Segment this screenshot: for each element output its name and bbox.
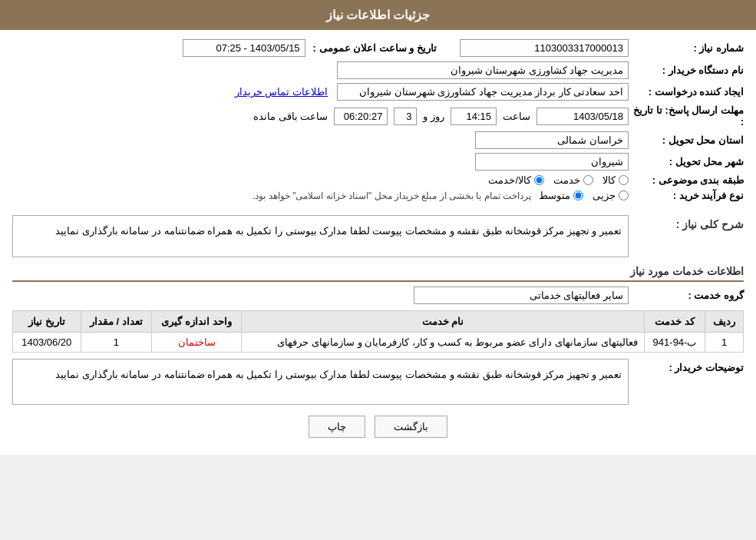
col-radif: ردیف xyxy=(705,311,744,333)
radio-mottavaset[interactable]: متوسط xyxy=(539,190,583,201)
shahr-label: شهر محل تحویل : xyxy=(629,156,744,167)
sharh-koli-box: تعمیر و تجهیز مرکز قوشخانه طبق نقشه و مش… xyxy=(12,215,629,257)
tabaghe-radio-group: کالا خدمت کالا/خدمت xyxy=(12,174,629,186)
noe-farayand-label: نوع فرآیند خرید : xyxy=(629,190,744,201)
nam-dastgah-value: مدیریت جهاد کشاورزی شهرستان شیروان xyxy=(337,61,629,79)
farayand-radio-group: جزیی متوسط xyxy=(539,190,629,201)
shahr-value: شیروان xyxy=(475,153,629,171)
cell-nam: فعالیتهای سازمانهای دارای عضو مربوط به ک… xyxy=(241,333,644,353)
cell-radif: 1 xyxy=(705,333,744,353)
col-nam: نام خدمت xyxy=(241,311,644,333)
radio-khadamat-input[interactable] xyxy=(583,175,593,185)
cell-tarikh: 1403/06/20 xyxy=(13,333,81,353)
groh-khadamat-value: سایر فعالیتهای خدماتی xyxy=(414,287,629,304)
col-kod: کد خدمت xyxy=(644,311,705,333)
nam-dastgah-label: نام دستگاه خریدار : xyxy=(629,65,744,76)
ostan-label: استان محل تحویل : xyxy=(629,134,744,146)
radio-kala[interactable]: کالا xyxy=(602,174,629,186)
radio-khadamat[interactable]: خدمت xyxy=(553,174,593,186)
radio-kala-input[interactable] xyxy=(619,175,629,185)
radio-kala-khadamat[interactable]: کالا/خدمت xyxy=(488,174,544,186)
tarikh-elan-value: 1403/05/15 - 07:25 xyxy=(183,39,305,57)
shomare-niaz-label: شماره نیاز : xyxy=(629,42,744,54)
tawsifat-value: تعمیر و تجهیز مرکز قوشخانه طبق نقشه و مش… xyxy=(12,359,629,405)
col-tarikh: تاریخ نیاز xyxy=(13,311,81,333)
mohlat-baqi-label: ساعت باقی مانده xyxy=(253,111,328,122)
mohlat-saat-value: 14:15 xyxy=(451,108,497,125)
tawsifat-label: توضیحات خریدار : xyxy=(629,359,744,373)
back-button[interactable]: بازگشت xyxy=(375,416,447,438)
table-row: 1 ب-94-941 فعالیتهای سازمانهای دارای عضو… xyxy=(13,333,744,353)
page-header: جزئیات اطلاعات نیاز xyxy=(0,0,756,30)
noe-farayand-extra: پرداخت تمام یا بخشی از مبلغ خریداز محل "… xyxy=(253,190,531,201)
ettelaat-tamas-link[interactable]: اطلاعات تماس خریدار xyxy=(235,86,328,98)
cell-vahed: ساختمان xyxy=(152,333,242,353)
tarikh-elan-label: تاریخ و ساعت اعلان عمومی : xyxy=(313,42,437,54)
col-vahed: واحد اندازه گیری xyxy=(152,311,242,333)
cell-kod: ب-94-941 xyxy=(644,333,705,353)
radio-mottavaset-input[interactable] xyxy=(573,190,583,200)
print-button[interactable]: چاپ xyxy=(309,416,365,438)
khadamat-section-title: اطلاعات خدمات مورد نیاز xyxy=(12,265,744,282)
radio-kala-khadamat-input[interactable] xyxy=(534,175,544,185)
cell-tedad: 1 xyxy=(81,333,152,353)
radio-jazii-input[interactable] xyxy=(619,190,629,200)
mohlat-label: مهلت ارسال پاسخ: تا تاریخ : xyxy=(629,104,744,128)
tabaghe-label: طبقه بندی موضوعی : xyxy=(629,174,744,186)
shomare-niaz-value: 1103003317000013 xyxy=(460,39,629,57)
mohlat-saat-label: ساعت xyxy=(503,111,530,122)
button-row: بازگشت چاپ xyxy=(12,416,744,438)
groh-khadamat-label: گروه خدمت : xyxy=(629,290,744,301)
mohlat-baqi-value: 06:20:27 xyxy=(334,108,388,125)
mohlat-date-value: 1403/05/18 xyxy=(536,108,629,125)
page-title: جزئیات اطلاعات نیاز xyxy=(326,8,431,22)
sharh-koli-section-label: شرح کلی نیاز : xyxy=(629,215,744,230)
col-tedad: تعداد / مقدار xyxy=(81,311,152,333)
radio-jazii[interactable]: جزیی xyxy=(593,190,629,201)
mohlat-roz-label: روز و xyxy=(423,111,444,122)
mohlat-roz-value: 3 xyxy=(394,108,417,125)
service-table: ردیف کد خدمت نام خدمت واحد اندازه گیری ت… xyxy=(12,310,744,353)
ostan-value: خراسان شمالی xyxy=(475,131,629,149)
ijad-konande-label: ایجاد کننده درخواست : xyxy=(629,86,744,98)
ijad-konande-value: احد سعادتی کار برداز مدیریت جهاد کشاورزی… xyxy=(337,83,629,101)
